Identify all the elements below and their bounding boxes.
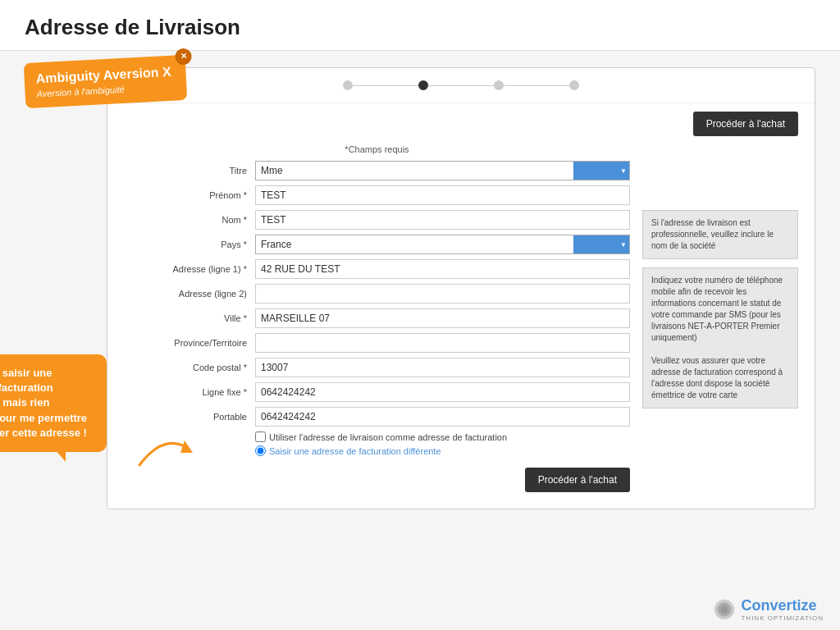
proceed-button-top[interactable]: Procéder à l'achat xyxy=(693,112,798,136)
prenom-input[interactable] xyxy=(255,185,630,205)
arrow-indicator xyxy=(131,424,197,477)
form-row-titre: Titre Mme M. xyxy=(124,161,630,180)
progress-bar-area xyxy=(107,68,815,103)
titre-label: Titre xyxy=(124,166,255,176)
info-box-bottom-text: Indiquez votre numéro de téléphone mobil… xyxy=(651,276,783,342)
info-box-bottom: Indiquez votre numéro de téléphone mobil… xyxy=(642,267,798,409)
adresse2-input[interactable] xyxy=(255,284,630,304)
progress-dot-4 xyxy=(569,80,579,90)
page-title: Adresse de Livraison xyxy=(25,15,815,40)
progress-line-1 xyxy=(353,85,418,86)
svg-point-3 xyxy=(721,605,728,613)
footer: Convertize THINK OPTIMIZATION xyxy=(713,597,824,622)
form-row-portable: Portable xyxy=(124,407,630,427)
page-header: Adresse de Livraison xyxy=(0,0,840,51)
info-box-top: Si l'adresse de livraison est profession… xyxy=(642,210,798,259)
form-row-pays: Pays * France xyxy=(124,235,630,254)
titre-select-wrapper: Mme M. xyxy=(255,161,630,180)
progress-dot-3 xyxy=(494,80,504,90)
titre-select[interactable]: Mme M. xyxy=(255,161,630,180)
adresse1-label: Adresse (ligne 1) * xyxy=(124,264,255,274)
progress-dots xyxy=(343,80,579,90)
form-row-adresse2: Adresse (ligne 2) xyxy=(124,284,630,304)
form-row-ville: Ville * xyxy=(124,308,630,328)
nom-input[interactable] xyxy=(255,210,630,230)
ville-label: Ville * xyxy=(124,313,255,323)
svg-marker-0 xyxy=(180,441,193,453)
convertize-brand: Convertize xyxy=(741,597,816,614)
info-box-bottom-text2: Veuillez vous assurer que votre adresse … xyxy=(651,356,783,399)
saisir-adresse-radio[interactable] xyxy=(255,445,266,456)
form-container: Procéder à l'achat *Champs requis Titre … xyxy=(107,67,815,509)
form-row-lignefixe: Ligne fixe * xyxy=(124,382,630,402)
form-row-province: Province/Territoire xyxy=(124,333,630,353)
utiliser-adresse-checkbox[interactable] xyxy=(255,431,266,442)
form-top-row: Procéder à l'achat xyxy=(107,103,815,144)
nom-label: Nom * xyxy=(124,215,255,225)
form-row-prenom: Prénom * xyxy=(124,185,630,205)
badge: Ambiguity Aversion X Aversion à l'ambigu… xyxy=(24,55,188,108)
saisir-adresse-label: Saisir une adresse de facturation différ… xyxy=(269,446,441,456)
callout-text: J'ai coché « saisir une adresse de factu… xyxy=(0,367,87,439)
pays-select[interactable]: France xyxy=(255,235,630,254)
form-right: Si l'adresse de livraison est profession… xyxy=(642,144,798,492)
province-label: Province/Territoire xyxy=(124,338,255,348)
codepostal-input[interactable] xyxy=(255,358,630,377)
convertize-tagline: THINK OPTIMIZATION xyxy=(741,614,824,622)
utiliser-adresse-label: Utiliser l'adresse de livraison comme ad… xyxy=(269,432,507,442)
prenom-label: Prénom * xyxy=(124,190,255,200)
form-body: *Champs requis Titre Mme M. Prénom * xyxy=(107,144,815,509)
convertize-logo-icon xyxy=(713,598,736,621)
adresse1-input[interactable] xyxy=(255,259,630,279)
ville-input[interactable] xyxy=(255,308,630,328)
lignefixe-input[interactable] xyxy=(255,382,630,402)
radio-row: Saisir une adresse de facturation différ… xyxy=(124,445,630,456)
progress-dot-1 xyxy=(343,80,353,90)
checkbox-row: Utiliser l'adresse de livraison comme ad… xyxy=(124,431,630,442)
required-note: *Champs requis xyxy=(124,144,630,154)
portable-label: Portable xyxy=(124,412,255,422)
badge-container: Ambiguity Aversion X Aversion à l'ambigu… xyxy=(25,59,186,104)
main-content: Ambiguity Aversion X Aversion à l'ambigu… xyxy=(0,51,840,526)
pays-select-wrapper: France xyxy=(255,235,630,254)
province-input[interactable] xyxy=(255,333,630,353)
callout-box: J'ai coché « saisir une adresse de factu… xyxy=(0,354,107,452)
form-row-nom: Nom * xyxy=(124,210,630,230)
progress-line-2 xyxy=(428,85,494,86)
lignefixe-label: Ligne fixe * xyxy=(124,387,255,397)
progress-dot-2 xyxy=(418,80,428,90)
form-row-adresse1: Adresse (ligne 1) * xyxy=(124,259,630,279)
pays-label: Pays * xyxy=(124,240,255,249)
codepostal-label: Code postal * xyxy=(124,363,255,372)
form-row-codepostal: Code postal * xyxy=(124,358,630,377)
adresse2-label: Adresse (ligne 2) xyxy=(124,289,255,299)
progress-line-3 xyxy=(504,85,569,86)
proceed-button-bottom[interactable]: Procéder à l'achat xyxy=(525,468,630,492)
form-left: *Champs requis Titre Mme M. Prénom * xyxy=(124,144,630,492)
portable-input[interactable] xyxy=(255,407,630,427)
